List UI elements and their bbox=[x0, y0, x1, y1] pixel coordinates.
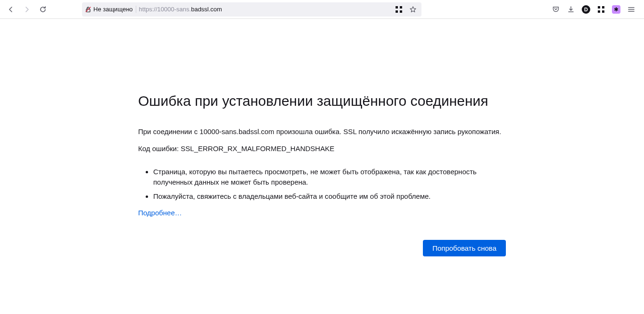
extension-grid-icon[interactable] bbox=[594, 2, 608, 17]
downloads-icon[interactable] bbox=[564, 2, 578, 17]
lock-warning-icon bbox=[85, 6, 91, 13]
error-reasons-list: Страница, которую вы пытаетесь просмотре… bbox=[138, 167, 506, 201]
svg-rect-5 bbox=[400, 10, 402, 13]
svg-rect-7 bbox=[602, 6, 604, 8]
error-title: Ошибка при установлении защищённого соед… bbox=[138, 92, 506, 110]
error-code: Код ошибки: SSL_ERROR_RX_MALFORMED_HANDS… bbox=[138, 144, 506, 153]
svg-rect-3 bbox=[400, 6, 402, 8]
qr-icon[interactable] bbox=[393, 4, 405, 15]
pocket-icon[interactable] bbox=[549, 2, 563, 17]
url-bar[interactable]: Не защищено https://10000-sans.badssl.co… bbox=[82, 2, 421, 17]
try-again-button[interactable]: Попробовать снова bbox=[423, 240, 506, 256]
bookmark-star-icon[interactable] bbox=[407, 4, 419, 15]
extension-snowflake-icon[interactable]: ✱ bbox=[609, 2, 623, 17]
list-item: Страница, которую вы пытаетесь просмотре… bbox=[153, 167, 506, 187]
list-item: Пожалуйста, свяжитесь с владельцами веб-… bbox=[153, 191, 506, 202]
back-button[interactable] bbox=[4, 2, 18, 17]
url-text: https://10000-sans.badssl.com bbox=[139, 6, 390, 13]
extension-d-icon[interactable]: D bbox=[579, 2, 593, 17]
browser-toolbar: Не защищено https://10000-sans.badssl.co… bbox=[0, 0, 644, 19]
error-description: При соединении с 10000-sans.badssl.com п… bbox=[138, 127, 506, 136]
learn-more-link[interactable]: Подробнее… bbox=[138, 209, 182, 217]
page-content: Ошибка при установлении защищённого соед… bbox=[0, 19, 644, 314]
svg-rect-8 bbox=[598, 10, 600, 13]
svg-rect-6 bbox=[598, 6, 600, 8]
security-label: Не защищено bbox=[93, 6, 133, 13]
reload-button[interactable] bbox=[36, 2, 50, 17]
svg-rect-9 bbox=[602, 10, 604, 13]
app-menu-icon[interactable] bbox=[624, 2, 638, 17]
svg-rect-2 bbox=[396, 6, 398, 8]
svg-rect-4 bbox=[396, 10, 398, 13]
security-indicator[interactable]: Не защищено bbox=[85, 6, 136, 13]
error-container: Ошибка при установлении защищённого соед… bbox=[138, 92, 506, 256]
forward-button[interactable] bbox=[20, 2, 34, 17]
